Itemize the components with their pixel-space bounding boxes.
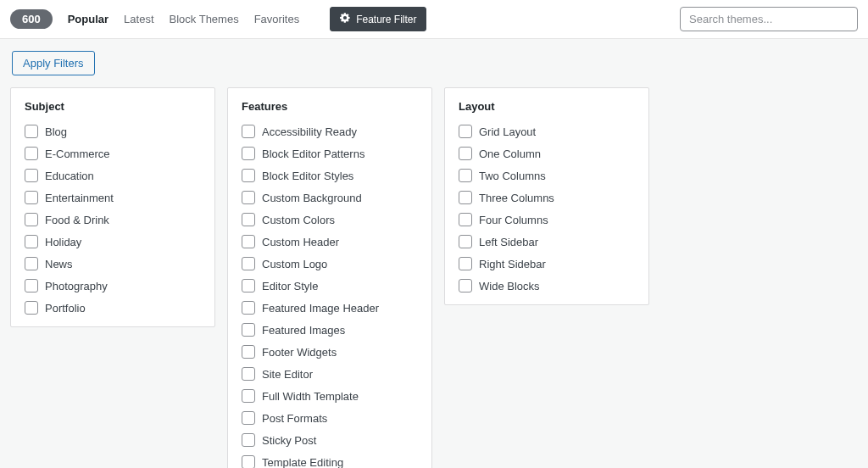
checkbox[interactable]: [242, 323, 255, 337]
checkbox[interactable]: [459, 147, 472, 160]
filter-content: Apply Filters Subject BlogE-CommerceEduc…: [0, 39, 868, 468]
checkbox-row[interactable]: Accessibility Ready: [242, 125, 418, 138]
checkbox[interactable]: [25, 257, 38, 270]
checkbox-row[interactable]: Template Editing: [242, 455, 418, 468]
checkbox[interactable]: [242, 389, 255, 403]
checkbox-row[interactable]: Sticky Post: [242, 433, 418, 447]
filter-title-features: Features: [242, 100, 418, 113]
checkbox-row[interactable]: Entertainment: [25, 191, 201, 204]
checkbox-row[interactable]: Block Editor Styles: [242, 169, 418, 182]
checkbox[interactable]: [242, 213, 255, 226]
checkbox[interactable]: [25, 235, 38, 248]
checkbox[interactable]: [242, 433, 255, 447]
checkbox[interactable]: [242, 147, 255, 160]
filter-panel-features: Features Accessibility ReadyBlock Editor…: [227, 87, 432, 468]
checkbox-row[interactable]: Featured Image Header: [242, 301, 418, 315]
checkbox[interactable]: [459, 169, 472, 182]
checkbox-row[interactable]: One Column: [459, 147, 635, 160]
checkbox-label: Left Sidebar: [479, 236, 538, 248]
checkbox-label: Grid Layout: [479, 125, 536, 138]
feature-filter-label: Feature Filter: [356, 14, 416, 25]
checkbox-label: Custom Header: [262, 236, 339, 248]
checkbox[interactable]: [25, 191, 38, 204]
checkbox-row[interactable]: Custom Header: [242, 235, 418, 248]
checkbox-row[interactable]: Education: [25, 169, 201, 182]
checkbox[interactable]: [459, 235, 472, 248]
checkbox-row[interactable]: Custom Background: [242, 191, 418, 204]
checkbox-row[interactable]: Grid Layout: [459, 125, 635, 138]
checkbox[interactable]: [242, 235, 255, 248]
checkbox[interactable]: [242, 367, 255, 381]
checkbox[interactable]: [242, 345, 255, 359]
checkbox-label: News: [45, 258, 73, 270]
checkbox-row[interactable]: Left Sidebar: [459, 235, 635, 248]
checkbox[interactable]: [459, 191, 472, 204]
checkbox-row[interactable]: Featured Images: [242, 323, 418, 337]
checkbox-label: Three Columns: [479, 192, 554, 204]
checkbox-row[interactable]: Food & Drink: [25, 213, 201, 226]
checkbox[interactable]: [25, 169, 38, 182]
checkbox[interactable]: [459, 279, 472, 292]
checkbox-label: Food & Drink: [45, 214, 109, 226]
checkbox[interactable]: [242, 279, 255, 292]
checkbox-row[interactable]: News: [25, 257, 201, 270]
checkbox-row[interactable]: Custom Logo: [242, 257, 418, 270]
top-bar: 600 Popular Latest Block Themes Favorite…: [0, 0, 868, 39]
checkbox-row[interactable]: Photography: [25, 279, 201, 292]
checkbox-row[interactable]: Right Sidebar: [459, 257, 635, 270]
checkbox[interactable]: [459, 257, 472, 270]
checkbox-label: Custom Background: [262, 192, 362, 204]
filter-title-subject: Subject: [25, 100, 201, 113]
checkbox[interactable]: [459, 213, 472, 226]
checkbox-row[interactable]: Post Formats: [242, 411, 418, 425]
checkbox[interactable]: [25, 147, 38, 160]
checkbox-row[interactable]: Full Width Template: [242, 389, 418, 403]
features-list: Accessibility ReadyBlock Editor Patterns…: [242, 125, 418, 468]
checkbox-label: Post Formats: [262, 412, 327, 425]
checkbox-row[interactable]: Three Columns: [459, 191, 635, 204]
checkbox-label: Featured Images: [262, 324, 345, 337]
checkbox-label: Editor Style: [262, 280, 318, 292]
checkbox[interactable]: [459, 125, 472, 138]
checkbox-row[interactable]: Editor Style: [242, 279, 418, 292]
checkbox-label: Two Columns: [479, 170, 546, 182]
checkbox-label: Education: [45, 170, 94, 182]
checkbox-label: Portfolio: [45, 302, 86, 315]
checkbox[interactable]: [242, 455, 255, 468]
tab-favorites[interactable]: Favorites: [254, 9, 299, 29]
checkbox-label: Blog: [45, 125, 67, 138]
feature-filter-button[interactable]: Feature Filter: [330, 7, 426, 31]
checkbox-label: Sticky Post: [262, 434, 316, 447]
checkbox-row[interactable]: Two Columns: [459, 169, 635, 182]
checkbox-row[interactable]: Holiday: [25, 235, 201, 248]
checkbox[interactable]: [242, 191, 255, 204]
filter-panel-subject: Subject BlogE-CommerceEducationEntertain…: [10, 87, 215, 327]
checkbox-label: Block Editor Patterns: [262, 148, 364, 160]
checkbox-row[interactable]: Portfolio: [25, 301, 201, 315]
checkbox[interactable]: [25, 125, 38, 138]
checkbox[interactable]: [242, 301, 255, 315]
checkbox-row[interactable]: Wide Blocks: [459, 279, 635, 292]
checkbox[interactable]: [25, 301, 38, 315]
checkbox-row[interactable]: Site Editor: [242, 367, 418, 381]
checkbox[interactable]: [242, 411, 255, 425]
checkbox-row[interactable]: Four Columns: [459, 213, 635, 226]
checkbox[interactable]: [25, 213, 38, 226]
checkbox-row[interactable]: Footer Widgets: [242, 345, 418, 359]
search-input[interactable]: [680, 7, 858, 31]
tab-popular[interactable]: Popular: [68, 9, 108, 29]
tab-block-themes[interactable]: Block Themes: [170, 9, 239, 29]
checkbox-label: Accessibility Ready: [262, 125, 357, 138]
checkbox[interactable]: [25, 279, 38, 292]
checkbox-row[interactable]: Block Editor Patterns: [242, 147, 418, 160]
checkbox-label: Featured Image Header: [262, 302, 379, 315]
checkbox-row[interactable]: Custom Colors: [242, 213, 418, 226]
apply-filters-button[interactable]: Apply Filters: [12, 51, 95, 75]
tab-latest[interactable]: Latest: [124, 9, 153, 29]
gear-icon: [339, 12, 351, 26]
checkbox[interactable]: [242, 125, 255, 138]
checkbox[interactable]: [242, 169, 255, 182]
checkbox-row[interactable]: E-Commerce: [25, 147, 201, 160]
checkbox-row[interactable]: Blog: [25, 125, 201, 138]
checkbox[interactable]: [242, 257, 255, 270]
